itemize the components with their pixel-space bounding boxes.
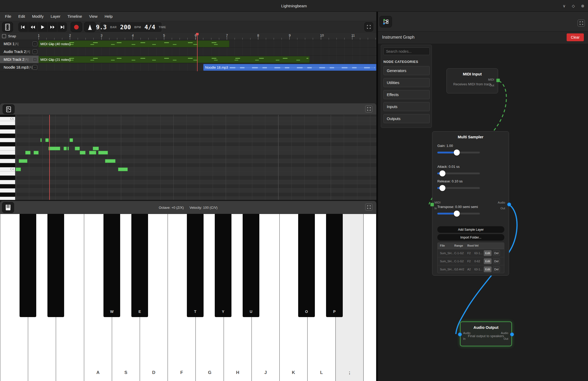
delete-button[interactable]: Del — [493, 266, 500, 272]
track-header[interactable]: MIDI Track 2 [A] - — [0, 56, 39, 63]
close-icon[interactable]: ⊗ — [581, 4, 584, 8]
track-lane[interactable]: MIDI Clip (21 notes) — [39, 56, 376, 63]
import-folder-button[interactable]: Import Folder... — [437, 234, 504, 241]
piano-roll-key[interactable] — [0, 151, 15, 155]
snap-control[interactable]: Snap — [2, 34, 16, 38]
track-minus-button[interactable]: - — [33, 65, 37, 70]
clip[interactable]: MIDI Clip (40 notes) — [39, 40, 229, 47]
midi-note[interactable] — [80, 151, 85, 154]
delete-button[interactable]: Del — [493, 250, 500, 256]
category-button[interactable]: Generators — [383, 66, 430, 75]
track-lane[interactable]: MIDI Clip (40 notes) — [39, 40, 376, 47]
piano-roll-key[interactable] — [0, 115, 15, 117]
audio-in-port[interactable] — [458, 332, 462, 336]
param-slider[interactable] — [437, 213, 480, 215]
piano-roll-key[interactable] — [0, 180, 15, 184]
param-slider[interactable] — [437, 172, 480, 174]
piano-roll-key[interactable] — [0, 159, 15, 163]
track-name[interactable]: Audio Track 2 — [4, 50, 26, 54]
keyboard-expand-button[interactable] — [365, 204, 372, 211]
midi-note[interactable] — [16, 168, 21, 171]
param-slider[interactable] — [437, 187, 480, 189]
piano-roll-layout-button[interactable] — [3, 104, 15, 114]
timeline-playhead[interactable] — [197, 33, 198, 71]
midi-note[interactable] — [93, 147, 99, 150]
track-name[interactable]: MIDI Track 2 — [4, 57, 24, 62]
piano-roll-key[interactable] — [0, 188, 15, 193]
bpm-value[interactable]: 200 — [120, 24, 131, 31]
midi-input-node[interactable]: MIDI Input Receives MIDI from track MIDI… — [446, 68, 498, 93]
piano-roll-key[interactable] — [0, 176, 15, 180]
track-lane[interactable]: Noodle 18.mp3 — [39, 63, 376, 71]
multi-sampler-node[interactable]: Multi Sampler Gain: 1.00 Att — [432, 131, 509, 276]
edit-button[interactable]: Edit — [484, 250, 492, 256]
piano-roll-key[interactable] — [0, 171, 15, 176]
midi-note[interactable] — [48, 147, 60, 150]
piano-roll-key[interactable] — [0, 184, 15, 188]
timeline-expand-button[interactable] — [364, 22, 373, 32]
category-button[interactable]: Utilities — [383, 78, 430, 87]
midi-in-port[interactable] — [430, 203, 434, 206]
category-button[interactable]: Effects — [383, 90, 430, 99]
param-slider[interactable] — [437, 152, 480, 153]
audio-output-node[interactable]: Audio Output Final output to speakers Au… — [460, 322, 512, 346]
piano-roll-key[interactable]: C5 — [0, 117, 15, 121]
black-key[interactable] — [47, 214, 64, 317]
fast-forward-button[interactable] — [48, 22, 58, 32]
menu-item[interactable]: Timeline — [68, 14, 82, 19]
edit-button[interactable]: Edit — [484, 266, 492, 272]
graph-canvas[interactable]: NODE CATEGORIES GeneratorsUtilitiesEffec… — [378, 43, 588, 381]
track-header[interactable]: Audio Track 2 [A] - — [0, 48, 39, 55]
piano-roll-key[interactable] — [0, 138, 15, 142]
graph-view-button[interactable] — [379, 16, 392, 27]
track-row[interactable]: MIDI Clip (21 notes) MIDI Track 2 [A] - — [0, 56, 376, 63]
midi-note[interactable] — [89, 151, 96, 154]
skip-start-button[interactable] — [18, 22, 28, 32]
rewind-button[interactable] — [28, 22, 38, 32]
midi-note[interactable] — [34, 151, 39, 154]
graph-expand-button[interactable] — [578, 20, 585, 27]
track-row[interactable]: Audio Track 2 [A] - — [0, 48, 376, 56]
track-minus-button[interactable]: - — [33, 57, 37, 62]
track-minus-button[interactable]: - — [33, 41, 37, 46]
piano-roll-key[interactable] — [0, 129, 15, 134]
edit-button[interactable]: Edit — [484, 258, 492, 264]
midi-note[interactable] — [64, 147, 67, 150]
track-header[interactable]: MIDI 1 [A] - — [0, 40, 39, 47]
piano-roll-playhead[interactable] — [49, 115, 50, 200]
track-name[interactable]: Noodle 18.mp3 — [4, 65, 28, 69]
black-key[interactable]: O — [298, 214, 315, 317]
piano-roll-grid[interactable] — [15, 115, 376, 200]
midi-note[interactable] — [40, 138, 42, 142]
piano-roll-key[interactable] — [0, 193, 15, 197]
black-key[interactable]: U — [243, 214, 259, 317]
black-key[interactable]: Y — [215, 214, 231, 317]
audio-out-port[interactable] — [507, 203, 511, 206]
black-key[interactable]: T — [187, 214, 204, 317]
midi-note[interactable] — [98, 151, 108, 154]
piano-roll-key[interactable] — [0, 163, 15, 167]
piano-roll-key[interactable]: C4 — [0, 167, 15, 171]
search-input[interactable] — [383, 47, 430, 55]
category-button[interactable]: Inputs — [383, 102, 430, 111]
category-button[interactable]: Outputs — [383, 114, 430, 123]
black-key[interactable]: W — [103, 214, 120, 317]
piano-roll-key[interactable] — [0, 142, 15, 146]
piano-roll-key[interactable] — [0, 197, 15, 200]
track-name[interactable]: MIDI 1 — [4, 42, 14, 46]
piano-roll-expand-button[interactable] — [365, 105, 372, 112]
midi-note[interactable] — [118, 168, 128, 171]
slider-knob[interactable] — [454, 150, 460, 156]
black-key[interactable]: P — [326, 214, 343, 317]
menu-item[interactable]: Layer — [51, 14, 60, 19]
piano-roll-key[interactable] — [0, 134, 15, 138]
timeline-ruler[interactable]: Snap 1234567891011 — [0, 33, 376, 40]
midi-note[interactable] — [75, 147, 80, 150]
clear-button[interactable]: Clear — [567, 33, 584, 41]
timeline-playhead-flag[interactable] — [196, 33, 199, 35]
metronome-button[interactable] — [84, 22, 96, 32]
black-key[interactable]: E — [131, 214, 148, 317]
menu-item[interactable]: View — [89, 14, 97, 19]
clip[interactable]: Noodle 18.mp3 — [203, 64, 376, 71]
midi-note[interactable] — [25, 151, 30, 154]
